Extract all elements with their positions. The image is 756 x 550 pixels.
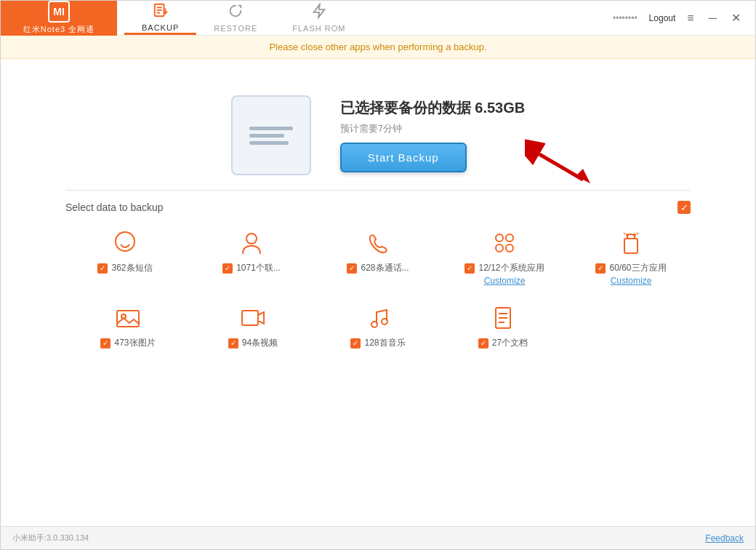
main-content: 已选择要备份的数据 6.53GB 预计需要7分钟 Start Backup bbox=[1, 59, 755, 526]
svg-point-11 bbox=[496, 234, 503, 242]
flash-tab-icon bbox=[311, 3, 327, 23]
data-item-docs: 27个文档 bbox=[441, 303, 566, 349]
backup-tab-icon bbox=[153, 2, 169, 22]
contacts-label: 1071个联... bbox=[236, 262, 281, 274]
username-display: •••••••• bbox=[613, 13, 638, 23]
device-name: 红米Note3 全网通 bbox=[23, 24, 94, 35]
photos-checkbox[interactable] bbox=[100, 338, 110, 348]
svg-point-9 bbox=[116, 232, 134, 251]
backup-doc-illustration bbox=[231, 95, 311, 175]
contacts-icon bbox=[237, 228, 266, 258]
flash-tab-label: FLASH ROM bbox=[292, 24, 345, 33]
videos-icon bbox=[238, 303, 268, 332]
svg-point-21 bbox=[371, 322, 377, 327]
sms-check-label: 362条短信 bbox=[97, 262, 152, 274]
music-label: 128首音乐 bbox=[364, 337, 405, 349]
svg-marker-8 bbox=[576, 169, 590, 183]
third-apps-icon bbox=[616, 228, 646, 258]
sms-label: 362条短信 bbox=[111, 262, 152, 274]
nav-tabs: BACKUP RESTORE FLASH bbox=[117, 1, 613, 35]
system-apps-icon bbox=[490, 228, 519, 258]
calls-label: 628条通话... bbox=[361, 262, 409, 274]
data-items-row2: 473张图片 94条视频 bbox=[65, 303, 691, 349]
app-logo: MI 红米Note3 全网通 bbox=[1, 1, 117, 36]
third-apps-label: 60/60三方应用 bbox=[609, 262, 666, 274]
start-backup-container: Start Backup bbox=[340, 140, 525, 172]
music-check-label: 128首音乐 bbox=[350, 337, 405, 349]
minimize-button[interactable]: ─ bbox=[706, 10, 720, 26]
data-items-row1: 362条短信 1071个联... bbox=[65, 228, 691, 286]
backup-data-title: 已选择要备份的数据 6.53GB bbox=[340, 98, 525, 118]
window-controls: •••••••• Logout ≡ ─ ✕ bbox=[613, 9, 755, 26]
system-apps-customize[interactable]: Customize bbox=[484, 276, 526, 286]
calls-icon bbox=[363, 228, 393, 258]
svg-point-17 bbox=[633, 234, 636, 236]
data-item-music: 128首音乐 bbox=[315, 303, 441, 349]
videos-check-label: 94条视频 bbox=[228, 337, 278, 349]
photos-label: 473张图片 bbox=[114, 337, 155, 349]
svg-marker-5 bbox=[313, 4, 324, 17]
data-item-contacts: 1071个联... bbox=[192, 228, 311, 286]
docs-icon bbox=[488, 303, 518, 332]
third-apps-check-label: 60/60三方应用 bbox=[595, 262, 666, 274]
data-item-calls: 628条通话... bbox=[318, 228, 438, 286]
third-apps-checkbox[interactable] bbox=[595, 263, 606, 274]
select-data-title: Select data to backup bbox=[65, 202, 164, 213]
restore-tab-label: RESTORE bbox=[214, 24, 257, 33]
notice-text: Please close other apps when performing … bbox=[269, 41, 486, 52]
mi-logo-icon: MI bbox=[48, 1, 70, 23]
data-item-sms: 362条短信 bbox=[65, 228, 185, 286]
calls-checkbox[interactable] bbox=[347, 263, 357, 274]
doc-line-1 bbox=[249, 127, 293, 130]
docs-check-label: 27个文档 bbox=[478, 337, 528, 349]
svg-rect-18 bbox=[117, 311, 139, 327]
data-item-system-apps: 12/12个系统应用 Customize bbox=[445, 228, 564, 286]
doc-line-3 bbox=[249, 141, 289, 145]
docs-label: 27个文档 bbox=[492, 337, 528, 349]
videos-checkbox[interactable] bbox=[228, 338, 238, 348]
photos-check-label: 473张图片 bbox=[100, 337, 155, 349]
svg-rect-15 bbox=[624, 239, 638, 253]
docs-checkbox[interactable] bbox=[478, 338, 488, 348]
tab-backup[interactable]: BACKUP bbox=[124, 1, 196, 35]
version-label: 小米助手:3.0.330.134 bbox=[12, 533, 89, 543]
system-apps-checkbox[interactable] bbox=[465, 263, 475, 274]
doc-line-2 bbox=[249, 134, 284, 138]
svg-point-12 bbox=[506, 234, 513, 242]
music-icon bbox=[363, 303, 393, 332]
notice-bar: Please close other apps when performing … bbox=[1, 36, 755, 59]
svg-point-13 bbox=[496, 244, 503, 252]
contacts-checkbox[interactable] bbox=[222, 263, 233, 274]
menu-button[interactable]: ≡ bbox=[684, 10, 696, 26]
tab-flash-rom[interactable]: FLASH ROM bbox=[275, 1, 363, 35]
statusbar: 小米助手:3.0.330.134 Feedback bbox=[1, 526, 755, 549]
backup-hero: 已选择要备份的数据 6.53GB 预计需要7分钟 Start Backup bbox=[231, 95, 525, 175]
calls-check-label: 628条通话... bbox=[347, 262, 409, 274]
contacts-check-label: 1071个联... bbox=[222, 262, 281, 274]
feedback-link[interactable]: Feedback bbox=[705, 533, 744, 543]
titlebar: MI 红米Note3 全网通 BACKUP bbox=[1, 1, 755, 36]
data-item-third-apps: 60/60三方应用 Customize bbox=[571, 228, 691, 286]
data-item-photos: 473张图片 bbox=[65, 303, 190, 349]
sms-checkbox[interactable] bbox=[97, 263, 108, 274]
third-apps-customize[interactable]: Customize bbox=[611, 276, 652, 286]
svg-point-16 bbox=[626, 234, 629, 236]
photos-icon bbox=[113, 303, 142, 332]
backup-tab-label: BACKUP bbox=[142, 23, 179, 32]
svg-point-14 bbox=[506, 244, 513, 252]
tab-restore[interactable]: RESTORE bbox=[196, 1, 275, 35]
app-window: MI 红米Note3 全网通 BACKUP bbox=[0, 0, 756, 550]
restore-tab-icon bbox=[228, 3, 244, 23]
videos-label: 94条视频 bbox=[242, 337, 278, 349]
select-data-section: Select data to backup 362条短信 bbox=[65, 190, 691, 349]
system-apps-label: 12/12个系统应用 bbox=[478, 262, 544, 274]
select-all-checkbox[interactable] bbox=[677, 201, 691, 214]
start-backup-button[interactable]: Start Backup bbox=[340, 143, 467, 172]
logout-button[interactable]: Logout bbox=[649, 13, 676, 23]
svg-point-22 bbox=[382, 319, 387, 324]
arrow-annotation bbox=[525, 132, 590, 183]
music-checkbox[interactable] bbox=[350, 338, 361, 348]
close-button[interactable]: ✕ bbox=[728, 9, 744, 26]
system-apps-check-label: 12/12个系统应用 bbox=[465, 262, 544, 274]
svg-rect-20 bbox=[242, 311, 258, 325]
